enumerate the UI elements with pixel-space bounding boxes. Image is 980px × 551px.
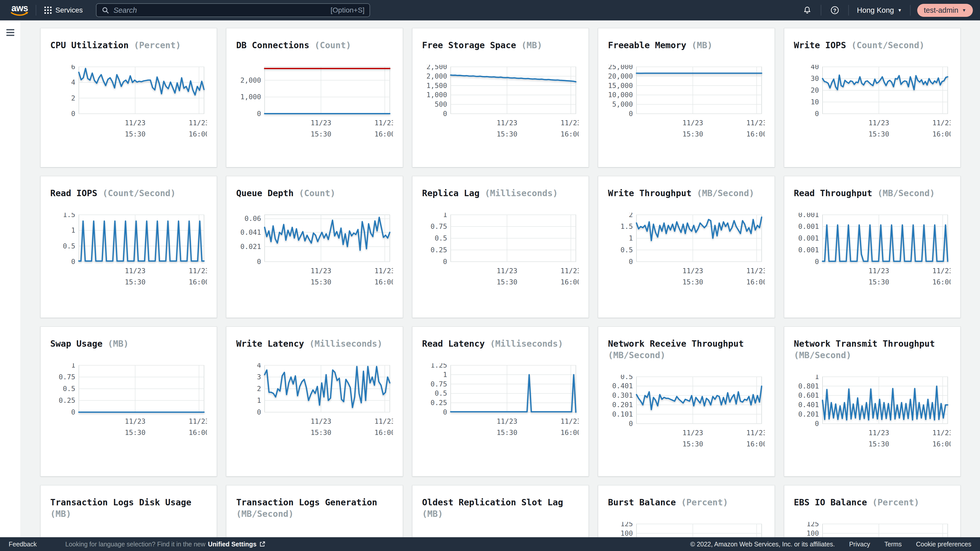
svg-text:16:00: 16:00 [746, 130, 765, 138]
chart-plot-area[interactable]: 11/2315:3011/2316:0000.250.50.751 [422, 213, 579, 289]
svg-text:1.25: 1.25 [431, 363, 447, 369]
svg-text:11/23: 11/23 [189, 417, 207, 425]
cookie-preferences-link[interactable]: Cookie preferences [916, 540, 971, 548]
chart-title: Free Storage Space [422, 40, 516, 50]
svg-text:11/23: 11/23 [746, 429, 765, 437]
svg-text:0.75: 0.75 [431, 380, 447, 388]
region-selector[interactable]: Hong Kong ▼ [856, 6, 904, 15]
metric-card: Network Transmit Throughput (MB/Second) … [784, 327, 961, 476]
chart-plot-area[interactable]: 11/2315:3011/2316:0001,0002,000 [236, 65, 393, 141]
chart-title: Network Receive Throughput [608, 338, 744, 349]
svg-text:15:30: 15:30 [496, 278, 517, 286]
svg-text:0.5: 0.5 [434, 234, 447, 242]
chart-unit: (Milliseconds) [485, 188, 558, 198]
svg-text:10,000: 10,000 [608, 91, 633, 99]
svg-text:0: 0 [71, 110, 75, 118]
svg-text:125: 125 [807, 522, 819, 528]
feedback-button[interactable]: Feedback [9, 540, 37, 548]
chart-plot-area[interactable]: 11/2315:3011/2316:0005001,0001,5002,0002… [422, 65, 579, 141]
chart-unit: (MB) [108, 338, 129, 349]
services-label: Services [56, 6, 83, 14]
svg-text:0.001: 0.001 [798, 234, 819, 242]
svg-text:16:00: 16:00 [746, 440, 765, 448]
aws-logo-text: aws [11, 4, 28, 12]
chart-unit: (MB) [50, 509, 71, 519]
chart-plot-area[interactable]: 11/2315:3011/2316:0005,00010,00015,00020… [608, 65, 765, 141]
svg-text:3: 3 [257, 373, 261, 381]
svg-text:11/23: 11/23 [560, 417, 579, 425]
svg-text:100: 100 [807, 529, 819, 537]
svg-text:4: 4 [71, 78, 75, 86]
external-link-icon [259, 541, 266, 548]
chart-title: Burst Balance [608, 497, 676, 507]
footer: Feedback Looking for language selection?… [0, 537, 980, 551]
svg-text:0.25: 0.25 [431, 399, 447, 407]
svg-text:11/23: 11/23 [746, 267, 765, 275]
svg-text:5,000: 5,000 [612, 100, 633, 108]
chart-title: Write IOPS [794, 40, 846, 50]
svg-text:16:00: 16:00 [189, 278, 207, 286]
svg-text:11/23: 11/23 [496, 119, 517, 127]
chart-row: CPU Utilization (Percent) 11/2315:3011/2… [40, 28, 961, 167]
svg-text:0: 0 [443, 110, 447, 118]
chart-title: Write Latency [236, 338, 304, 349]
chart-plot-area[interactable]: 11/2315:3011/2316:0000.2010.4010.6010.80… [794, 375, 951, 451]
svg-text:25,000: 25,000 [608, 65, 633, 71]
hamburger-menu-button[interactable] [6, 27, 14, 38]
chart-plot-area[interactable]: 11/2315:3011/2316:0000.0010.0010.0010.00… [794, 213, 951, 289]
terms-link[interactable]: Terms [884, 540, 902, 548]
search-input[interactable]: Search [Option+S] [96, 3, 370, 17]
account-label: test-admin [924, 6, 958, 14]
svg-text:500: 500 [434, 100, 447, 108]
svg-text:11/23: 11/23 [189, 267, 207, 275]
metric-card: Replica Lag (Milliseconds) 11/2315:3011/… [412, 176, 589, 318]
notifications-button[interactable] [800, 5, 814, 15]
svg-text:0.75: 0.75 [59, 373, 75, 381]
svg-text:11/23: 11/23 [869, 429, 889, 437]
privacy-link[interactable]: Privacy [849, 540, 870, 548]
svg-text:11/23: 11/23 [682, 429, 703, 437]
chart-plot-area[interactable]: 11/2315:3011/2316:0000.250.50.751 [50, 363, 207, 440]
help-button[interactable]: ? [828, 5, 842, 15]
chart-title: Read Throughput [794, 188, 872, 198]
hamburger-bar [6, 29, 14, 30]
chart-plot-area[interactable]: 11/2315:3011/2316:000246 [50, 65, 207, 141]
svg-text:0: 0 [257, 110, 261, 118]
chart-plot-area[interactable]: 11/2315:3011/2316:0001234 [236, 363, 393, 440]
svg-text:15:30: 15:30 [496, 429, 517, 437]
svg-text:40: 40 [811, 65, 819, 71]
svg-text:11/23: 11/23 [496, 417, 517, 425]
chart-unit: (Percent) [872, 497, 919, 507]
svg-text:15:30: 15:30 [125, 429, 145, 437]
svg-text:15:30: 15:30 [125, 278, 145, 286]
svg-text:1: 1 [71, 363, 75, 369]
chart-plot-area[interactable]: 11/2315:3011/2316:0000.1010.2010.3010.40… [608, 375, 765, 451]
chart-title: Oldest Replication Slot Lag [422, 497, 563, 507]
services-menu-button[interactable]: Services [43, 6, 84, 14]
aws-logo[interactable]: aws [10, 4, 29, 16]
unified-settings-link[interactable]: Unified Settings [208, 540, 256, 548]
svg-text:1: 1 [257, 396, 261, 404]
nav-divider [36, 5, 36, 16]
svg-text:0: 0 [257, 258, 261, 265]
chart-plot-area[interactable]: 11/2315:3011/2316:0000.0210.0410.06 [236, 213, 393, 289]
svg-text:0.201: 0.201 [612, 401, 633, 409]
chart-heading: Read IOPS (Count/Second) [50, 187, 207, 199]
chart-plot-area[interactable]: 11/2315:3011/2316:0000.250.50.7511.25 [422, 363, 579, 440]
chart-plot-area[interactable]: 11/2315:3011/2316:0000.511.52 [608, 213, 765, 289]
svg-text:15:30: 15:30 [869, 278, 889, 286]
chart-plot-area[interactable]: 11/2315:3011/2316:00010203040 [794, 65, 951, 141]
chart-plot-area[interactable]: 11/2315:3011/2316:0000.511.5 [50, 213, 207, 289]
svg-text:11/23: 11/23 [125, 267, 145, 275]
metric-card: DB Connections (Count) 11/2315:3011/2316… [226, 28, 403, 167]
svg-text:2: 2 [71, 94, 75, 102]
search-shortcut-hint: [Option+S] [331, 6, 364, 14]
svg-text:0.5: 0.5 [63, 242, 75, 250]
svg-text:0.101: 0.101 [612, 410, 633, 418]
svg-text:0.201: 0.201 [798, 410, 819, 418]
account-menu[interactable]: test-admin ▼ [917, 4, 973, 17]
metric-card: Write Throughput (MB/Second) 11/2315:301… [598, 176, 775, 318]
svg-text:11/23: 11/23 [932, 267, 951, 275]
chart-row: Read IOPS (Count/Second) 11/2315:3011/23… [40, 176, 961, 318]
aws-smile-icon [11, 12, 29, 16]
